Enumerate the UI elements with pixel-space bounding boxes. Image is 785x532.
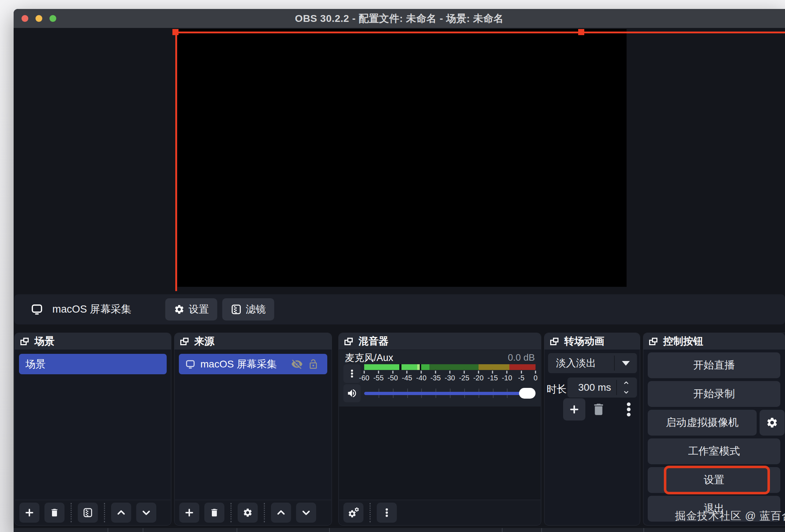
mixer-menu-button[interactable] xyxy=(377,503,397,523)
selection-handle-topleft[interactable] xyxy=(172,29,179,35)
close-button[interactable] xyxy=(22,15,28,22)
add-scene-button[interactable] xyxy=(19,503,39,523)
gear-advanced-icon xyxy=(348,507,359,518)
remove-transition-button[interactable] xyxy=(591,402,606,417)
source-properties-button[interactable]: 设置 xyxy=(165,298,217,320)
sources-dock-header[interactable]: 来源 xyxy=(175,333,332,350)
virtual-camera-config-button[interactable] xyxy=(760,410,785,436)
dots-vertical-icon xyxy=(347,369,357,378)
spin-up-icon[interactable] xyxy=(622,380,630,386)
status-divider xyxy=(502,528,503,532)
transition-duration-value: 300 ms xyxy=(578,382,611,393)
spinbox-separator xyxy=(616,380,617,395)
volume-slider-handle[interactable] xyxy=(519,388,536,399)
remove-source-button[interactable] xyxy=(204,503,224,523)
volume-slider[interactable] xyxy=(364,384,536,402)
meter-segment xyxy=(421,364,429,370)
dock-icon xyxy=(648,337,658,346)
sources-dock: 来源 macOS 屏幕采集 xyxy=(174,333,332,526)
meter-segment xyxy=(479,364,510,370)
gear-icon xyxy=(766,417,778,429)
mixer-dock-title: 混音器 xyxy=(358,334,389,348)
transition-duration-spinbox[interactable]: 300 ms xyxy=(567,377,637,398)
toolbar-separator xyxy=(370,503,371,522)
chevron-down-icon xyxy=(141,508,151,518)
plus-icon xyxy=(184,508,194,518)
status-bar xyxy=(14,528,785,532)
source-properties-label: 设置 xyxy=(189,303,209,316)
meter-tick: -15 xyxy=(487,371,498,382)
meter-tick: -60 xyxy=(359,371,370,382)
eye-slash-icon[interactable] xyxy=(291,358,303,370)
controls-dock-header[interactable]: 控制按钮 xyxy=(643,333,785,350)
plus-icon xyxy=(24,508,34,518)
audio-level-meter xyxy=(364,364,536,370)
plus-icon xyxy=(569,404,580,415)
scenes-dock-header[interactable]: 场景 xyxy=(15,333,171,350)
volume-slider-track[interactable] xyxy=(364,392,535,395)
start-virtual-camera-button[interactable]: 启动虚拟摄像机 xyxy=(648,410,757,436)
add-transition-button[interactable] xyxy=(563,398,585,421)
mixer-toolbar xyxy=(339,500,541,525)
status-divider xyxy=(643,528,644,532)
dock-icon xyxy=(20,337,29,346)
status-divider xyxy=(143,528,143,532)
scene-filters-button[interactable] xyxy=(78,503,98,523)
scene-list-item[interactable]: 场景 xyxy=(19,354,167,374)
source-filters-label: 滤镜 xyxy=(246,303,266,316)
source-properties-button[interactable] xyxy=(238,503,258,523)
sources-dock-title: 来源 xyxy=(194,334,214,348)
dropdown-separator xyxy=(614,356,615,371)
mixer-channel-menu-button[interactable] xyxy=(343,364,361,383)
transitions-dock-title: 转场动画 xyxy=(564,334,604,348)
filter-icon xyxy=(231,304,242,315)
status-divider xyxy=(329,528,330,532)
trash-icon xyxy=(209,508,219,518)
monitor-icon xyxy=(185,359,195,369)
mixer-empty-area xyxy=(339,407,541,500)
meter-tick: -25 xyxy=(459,371,469,382)
selected-source-name: macOS 屏幕采集 xyxy=(52,302,132,317)
remove-scene-button[interactable] xyxy=(44,503,65,523)
transitions-dock-header[interactable]: 转场动画 xyxy=(544,333,640,350)
minimize-button[interactable] xyxy=(35,15,42,22)
start-virtual-camera-label: 启动虚拟摄像机 xyxy=(666,415,739,430)
start-streaming-button[interactable]: 开始直播 xyxy=(648,352,780,378)
transitions-dock: 转场动画 淡入淡出 时长 300 ms xyxy=(544,333,640,526)
preview-canvas[interactable] xyxy=(177,29,627,287)
source-filters-button[interactable]: 滤镜 xyxy=(222,298,274,320)
traffic-lights xyxy=(22,15,56,22)
monitor-icon xyxy=(31,303,43,315)
mute-toggle-button[interactable] xyxy=(343,384,361,402)
caret-down-icon xyxy=(622,361,630,366)
meter-tick: -50 xyxy=(387,371,398,382)
studio-mode-button[interactable]: 工作室模式 xyxy=(648,438,780,464)
move-scene-down-button[interactable] xyxy=(136,503,156,523)
start-recording-label: 开始录制 xyxy=(693,387,735,401)
selection-handle-topcenter[interactable] xyxy=(578,29,584,35)
filter-icon xyxy=(83,508,93,518)
window-title: OBS 30.2.2 - 配置文件: 未命名 - 场景: 未命名 xyxy=(295,12,504,25)
settings-highlight-annotation xyxy=(664,466,770,494)
spin-down-icon[interactable] xyxy=(622,389,630,395)
dock-icon xyxy=(550,337,559,346)
mixer-volume-db: 0.0 dB xyxy=(508,352,535,363)
advanced-audio-button[interactable] xyxy=(343,503,363,523)
source-list-item[interactable]: macOS 屏幕采集 xyxy=(179,354,327,374)
status-divider xyxy=(541,528,542,532)
start-recording-button[interactable]: 开始录制 xyxy=(648,381,780,407)
transition-properties-button[interactable] xyxy=(620,401,637,418)
titlebar[interactable]: OBS 30.2.2 - 配置文件: 未命名 - 场景: 未命名 xyxy=(14,9,785,28)
selection-border-left xyxy=(175,30,177,291)
transition-select[interactable]: 淡入淡出 xyxy=(548,353,637,373)
studio-mode-label: 工作室模式 xyxy=(688,444,740,459)
move-scene-up-button[interactable] xyxy=(111,503,131,523)
mixer-dock-header[interactable]: 混音器 xyxy=(339,333,541,350)
move-source-down-button[interactable] xyxy=(296,503,316,523)
controls-dock: 控制按钮 开始直播 开始录制 启动虚拟摄像机 工作室模式 设置 退出 掘金技术社… xyxy=(643,333,785,526)
add-source-button[interactable] xyxy=(179,503,199,523)
lock-open-icon[interactable] xyxy=(308,359,319,370)
zoom-button[interactable] xyxy=(49,15,56,22)
move-source-up-button[interactable] xyxy=(271,503,291,523)
chevron-up-icon xyxy=(276,508,286,518)
